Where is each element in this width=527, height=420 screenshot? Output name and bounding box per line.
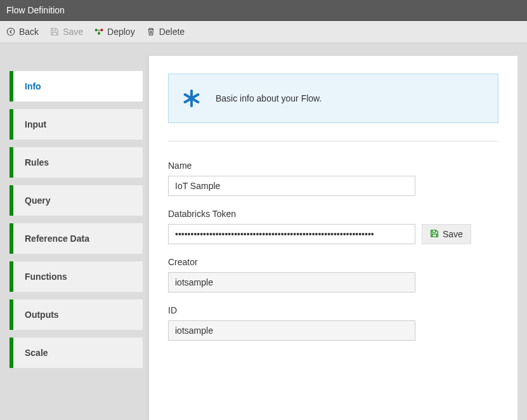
svg-rect-1: [95, 29, 98, 32]
info-box: Basic info about your Flow.: [168, 74, 498, 123]
sidebar-item-label: Info: [25, 81, 41, 91]
top-bar: Flow Definition: [0, 0, 527, 21]
form-group-name: Name: [168, 141, 498, 196]
main-panel: Basic info about your Flow. Name Databri…: [149, 56, 517, 420]
sidebar-item-scale[interactable]: Scale: [10, 338, 143, 368]
sidebar-item-label: Input: [25, 119, 46, 129]
toolbar-save-label: Save: [63, 27, 83, 37]
trash-icon: [146, 27, 155, 36]
svg-point-0: [7, 28, 14, 35]
sidebar: Info Input Rules Query Reference Data Fu…: [0, 56, 143, 420]
info-message: Basic info about your Flow.: [216, 93, 322, 103]
name-input[interactable]: [168, 176, 415, 196]
form-group-token: Databricks Token Save: [168, 209, 498, 244]
sidebar-item-label: Outputs: [25, 310, 59, 320]
svg-rect-2: [101, 29, 103, 32]
sidebar-item-label: Query: [25, 195, 50, 206]
creator-input: [168, 272, 415, 292]
sidebar-item-label: Rules: [25, 157, 49, 167]
form-group-creator: Creator: [168, 257, 498, 292]
sidebar-item-label: Scale: [25, 348, 48, 358]
form-group-id: ID: [168, 305, 498, 341]
id-input: [168, 320, 415, 341]
sidebar-item-outputs[interactable]: Outputs: [10, 299, 143, 330]
sidebar-item-label: Functions: [25, 272, 67, 282]
delete-button[interactable]: Delete: [146, 27, 185, 37]
id-label: ID: [168, 305, 498, 315]
back-label: Back: [19, 27, 39, 37]
token-label: Databricks Token: [168, 209, 498, 219]
sidebar-item-functions[interactable]: Functions: [10, 261, 143, 292]
save-icon: [50, 27, 59, 36]
creator-label: Creator: [168, 257, 498, 267]
sidebar-item-rules[interactable]: Rules: [10, 147, 143, 178]
back-button[interactable]: Back: [6, 27, 39, 37]
save-icon: [430, 229, 439, 240]
sidebar-item-info[interactable]: Info: [10, 71, 143, 102]
token-save-button[interactable]: Save: [422, 224, 471, 244]
sidebar-item-input[interactable]: Input: [10, 109, 143, 140]
sidebar-item-label: Reference Data: [25, 233, 89, 244]
sidebar-item-reference-data[interactable]: Reference Data: [10, 223, 143, 254]
save-button[interactable]: Save: [50, 27, 83, 37]
asterisk-icon: [181, 88, 202, 108]
token-input[interactable]: [168, 224, 415, 244]
content-area: Info Input Rules Query Reference Data Fu…: [0, 43, 527, 420]
svg-rect-3: [98, 32, 100, 35]
deploy-label: Deploy: [107, 27, 135, 37]
sidebar-item-query[interactable]: Query: [10, 185, 143, 216]
delete-label: Delete: [159, 27, 185, 37]
deploy-icon: [94, 27, 103, 36]
page-title: Flow Definition: [6, 5, 65, 15]
token-save-label: Save: [443, 229, 463, 239]
deploy-button[interactable]: Deploy: [94, 27, 135, 37]
name-label: Name: [168, 161, 498, 171]
back-icon: [6, 27, 15, 36]
toolbar: Back Save Deploy Delete: [0, 21, 527, 43]
